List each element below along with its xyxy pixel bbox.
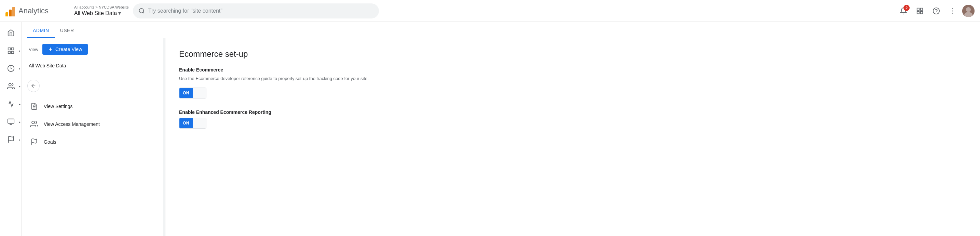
property-selector[interactable]: All Web Site Data ▾ <box>74 10 129 16</box>
sidebar-clock[interactable]: ▸ <box>0 60 22 77</box>
logo-bar-1 <box>5 12 8 16</box>
people-icon <box>7 83 15 90</box>
notification-count: 2 <box>904 5 910 11</box>
behavior-icon <box>7 118 15 126</box>
svg-rect-3 <box>921 8 923 10</box>
grid-icon <box>916 7 924 15</box>
notifications-button[interactable]: 2 <box>897 4 910 18</box>
view-access-management-label: View Access Management <box>44 121 100 127</box>
header-divider <box>67 5 67 17</box>
menu-item-view-settings[interactable]: View Settings <box>22 97 165 115</box>
back-btn-container <box>22 74 165 95</box>
admin-area: ADMIN USER View Create View All Web Site… <box>22 22 980 236</box>
menu-item-view-access-management[interactable]: View Access Management <box>22 115 165 133</box>
svg-rect-4 <box>917 11 919 13</box>
header-actions: 2 <box>897 4 975 18</box>
breadcrumb: All accounts > NYCDSA Website <box>74 5 129 9</box>
sidebar-acquisition[interactable]: ▸ <box>0 96 22 112</box>
toggle-switch-enhanced-ecommerce[interactable]: ON <box>179 118 207 129</box>
toggle-switch-ecommerce[interactable]: ON <box>179 88 207 99</box>
sidebar-audience[interactable]: ▸ <box>0 78 22 94</box>
acquisition-icon <box>7 100 15 108</box>
enable-enhanced-ecommerce-toggle[interactable]: ON <box>179 118 966 129</box>
create-view-button[interactable]: Create View <box>42 44 88 55</box>
toggle-on-label: ON <box>180 88 193 98</box>
help-button[interactable] <box>929 4 943 18</box>
dashboard-icon <box>7 47 15 54</box>
more-options-button[interactable] <box>946 4 959 18</box>
tab-user[interactable]: USER <box>55 28 80 38</box>
toggle-off-label <box>193 88 206 98</box>
svg-point-19 <box>9 83 11 86</box>
left-panel-header: View Create View <box>22 38 165 60</box>
more-vertical-icon <box>949 7 956 15</box>
logo-bar-2 <box>9 10 12 16</box>
avatar-image <box>962 5 975 17</box>
sidebar-home[interactable] <box>0 25 22 41</box>
right-panel: Ecommerce set-up Enable Ecommerce Use th… <box>165 38 980 236</box>
property-chevron-icon: ▾ <box>118 10 121 16</box>
sidebar-behavior[interactable]: ▸ <box>0 113 22 130</box>
left-menu: View Settings View Access Management <box>22 95 165 153</box>
main-layout: ▸ ▸ ▸ ▸ ▸ <box>0 22 980 236</box>
enable-ecommerce-label: Enable Ecommerce <box>179 67 966 72</box>
back-arrow-icon <box>30 83 37 89</box>
enable-ecommerce-description: Use the Ecommerce developer reference gu… <box>179 75 966 82</box>
toggle-off-label-2 <box>193 118 206 128</box>
svg-rect-5 <box>921 11 923 13</box>
svg-rect-20 <box>8 119 14 123</box>
tab-admin[interactable]: ADMIN <box>27 28 55 38</box>
svg-point-9 <box>952 10 953 11</box>
section-title: Ecommerce set-up <box>179 49 966 59</box>
avatar[interactable] <box>962 5 975 17</box>
enable-enhanced-ecommerce-label: Enable Enhanced Ecommerce Reporting <box>179 110 966 115</box>
help-icon <box>932 7 940 15</box>
expand-icon-4: ▸ <box>19 102 21 106</box>
flag-icon <box>7 136 15 143</box>
enable-enhanced-ecommerce-setting: Enable Enhanced Ecommerce Reporting ON <box>179 110 966 129</box>
logo-bar-3 <box>12 7 15 16</box>
svg-point-10 <box>952 13 953 14</box>
left-panel: View Create View All Web Site Data <box>22 38 165 236</box>
home-icon <box>7 29 15 37</box>
svg-rect-15 <box>12 48 14 50</box>
view-selector[interactable]: All Web Site Data <box>22 60 165 74</box>
expand-icon-6: ▸ <box>19 138 21 142</box>
scrollbar[interactable] <box>163 38 165 236</box>
svg-point-12 <box>966 7 971 12</box>
logo-area: Analytics <box>5 5 60 16</box>
sidebar-conversions[interactable]: ▸ <box>0 131 22 148</box>
analytics-logo <box>5 5 15 16</box>
enable-ecommerce-toggle[interactable]: ON <box>179 88 966 99</box>
expand-icon-5: ▸ <box>19 120 21 124</box>
svg-rect-16 <box>8 51 10 53</box>
enable-ecommerce-setting: Enable Ecommerce Use the Ecommerce devel… <box>179 67 966 99</box>
menu-item-goals[interactable]: Goals <box>22 133 165 151</box>
expand-icon-2: ▸ <box>19 67 21 70</box>
svg-rect-17 <box>12 51 14 53</box>
svg-rect-2 <box>917 8 919 10</box>
toggle-on-label-2: ON <box>180 118 193 128</box>
account-info: All accounts > NYCDSA Website All Web Si… <box>74 5 129 16</box>
goals-flag-icon <box>30 138 38 146</box>
admin-tabs: ADMIN USER <box>22 22 980 38</box>
svg-point-29 <box>32 121 35 124</box>
view-settings-label: View Settings <box>44 104 73 109</box>
goals-label: Goals <box>44 139 56 145</box>
expand-icon: ▸ <box>19 49 21 53</box>
people-group-icon <box>30 120 38 128</box>
search-bar[interactable] <box>133 3 379 19</box>
search-input[interactable] <box>148 8 374 14</box>
admin-content: View Create View All Web Site Data <box>22 38 980 236</box>
svg-point-0 <box>139 8 143 13</box>
svg-line-1 <box>143 12 144 13</box>
apps-button[interactable] <box>913 4 927 18</box>
view-label: View <box>29 47 38 52</box>
expand-icon-3: ▸ <box>19 85 21 88</box>
document-icon <box>30 102 38 110</box>
clock-icon <box>7 65 15 72</box>
svg-rect-14 <box>8 48 10 50</box>
back-button[interactable] <box>27 80 40 92</box>
search-icon <box>138 8 145 14</box>
sidebar-reports[interactable]: ▸ <box>0 42 22 59</box>
